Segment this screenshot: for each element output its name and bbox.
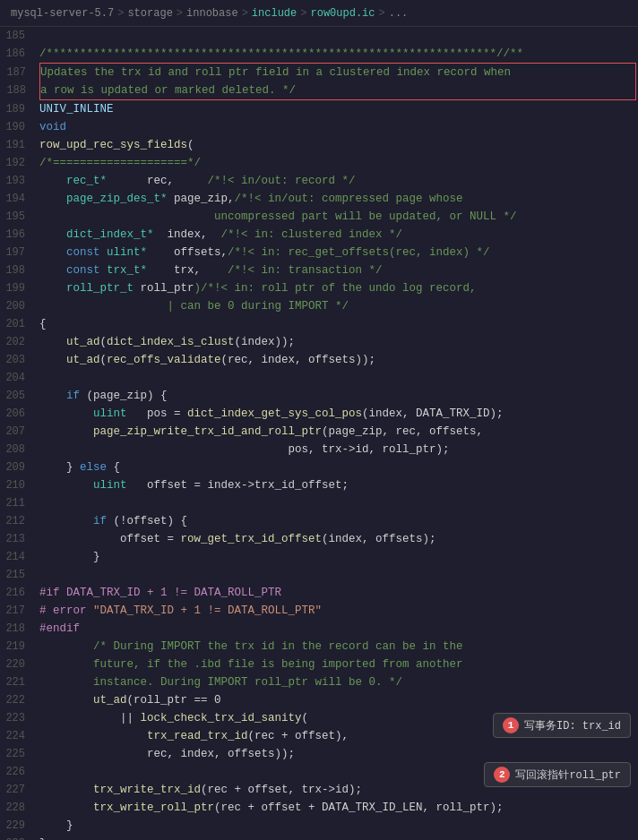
line-210: 210 ulint offset = index->trx_id_offset; <box>0 476 638 494</box>
line-199: 199 roll_ptr_t roll_ptr)/*!< in: roll pt… <box>0 279 638 297</box>
line-225: 225 rec, index, offsets)); <box>0 745 638 763</box>
line-188: 188 a row is updated or marked deleted. … <box>1 81 635 99</box>
line-186: 186 /***********************************… <box>0 45 638 63</box>
line-195: 195 uncompressed part will be updated, o… <box>0 208 638 226</box>
line-215: 215 <box>0 566 638 584</box>
breadcrumb-item-3[interactable]: innobase <box>186 7 238 20</box>
breadcrumb-item-1[interactable]: mysql-server-5.7 <box>11 7 114 20</box>
line-230: 230 } <box>0 835 638 840</box>
line-228: 228 trx_write_roll_ptr(rec + offset + DA… <box>0 799 638 817</box>
line-197: 197 const ulint* offsets,/*!< in: rec_ge… <box>0 244 638 261</box>
line-209: 209 } else { <box>0 459 638 476</box>
line-189: 189 UNIV_INLINE <box>0 100 638 118</box>
breadcrumb: mysql-server-5.7 > storage > innobase > … <box>0 0 638 27</box>
line-204: 204 <box>0 369 638 387</box>
annotation-2: 2 写回滚指针roll_ptr <box>484 762 631 787</box>
line-220: 220 future, if the .ibd file is being im… <box>0 656 638 673</box>
line-191: 191 row_upd_rec_sys_fields( <box>0 136 638 154</box>
line-185: 185 <box>0 27 638 45</box>
line-207: 207 page_zip_write_trx_id_and_roll_ptr(p… <box>0 423 638 441</box>
highlight-block: 187 Updates the trx id and roll ptr fiel… <box>39 63 636 100</box>
annotation-1: 1 写事务ID: trx_id <box>493 713 631 738</box>
line-208: 208 pos, trx->id, roll_ptr); <box>0 441 638 459</box>
line-196: 196 dict_index_t* index, /*!< in: cluste… <box>0 226 638 244</box>
line-198: 198 const trx_t* trx, /*!< in: transacti… <box>0 261 638 279</box>
line-206: 206 ulint pos = dict_index_get_sys_col_p… <box>0 405 638 423</box>
line-217: 217 # error "DATA_TRX_ID + 1 != DATA_ROL… <box>0 602 638 620</box>
line-202: 202 ut_ad(dict_index_is_clust(index)); <box>0 333 638 351</box>
line-221: 221 instance. During IMPORT roll_ptr wil… <box>0 673 638 691</box>
line-216: 216 #if DATA_TRX_ID + 1 != DATA_ROLL_PTR <box>0 584 638 602</box>
annotation-text-2: 写回滚指针roll_ptr <box>515 767 621 783</box>
line-219: 219 /* During IMPORT the trx id in the r… <box>0 638 638 656</box>
line-213: 213 offset = row_get_trx_id_offset(index… <box>0 530 638 548</box>
breadcrumb-item-6: ... <box>389 7 409 20</box>
line-203: 203 ut_ad(rec_offs_validate(rec, index, … <box>0 351 638 369</box>
line-205: 205 if (page_zip) { <box>0 387 638 405</box>
annotation-badge-2: 2 <box>494 767 510 783</box>
line-222: 222 ut_ad(roll_ptr == 0 <box>0 691 638 709</box>
line-214: 214 } <box>0 548 638 566</box>
annotation-text-1: 写事务ID: trx_id <box>524 718 621 733</box>
breadcrumb-item-2[interactable]: storage <box>127 7 172 20</box>
line-201: 201 { <box>0 315 638 333</box>
line-200: 200 | can be 0 during IMPORT */ <box>0 297 638 315</box>
line-193: 193 rec_t* rec, /*!< in/out: record */ <box>0 172 638 190</box>
line-211: 211 <box>0 494 638 512</box>
line-192: 192 /*====================*/ <box>0 154 638 172</box>
line-218: 218 #endif <box>0 620 638 638</box>
code-editor: 185 186 /*******************************… <box>0 27 638 840</box>
annotation-badge-1: 1 <box>503 717 519 733</box>
line-229: 229 } <box>0 817 638 835</box>
line-194: 194 page_zip_des_t* page_zip,/*!< in/out… <box>0 190 638 208</box>
breadcrumb-item-5[interactable]: row0upd.ic <box>310 7 375 20</box>
line-212: 212 if (!offset) { <box>0 512 638 530</box>
line-187: 187 Updates the trx id and roll ptr fiel… <box>1 64 635 81</box>
line-190: 190 void <box>0 118 638 136</box>
breadcrumb-item-4[interactable]: include <box>252 7 297 20</box>
